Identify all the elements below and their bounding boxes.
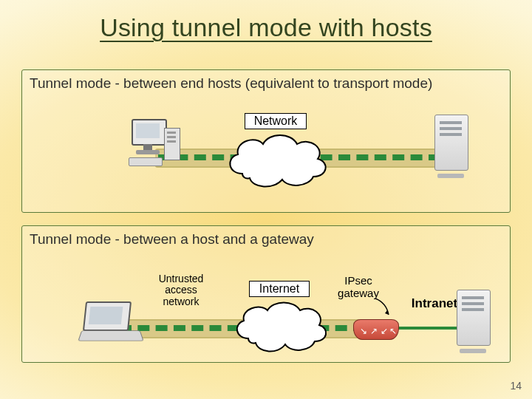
panel1-stage: Network bbox=[22, 98, 510, 206]
panel-end-hosts: Tunnel mode - between end hosts (equival… bbox=[21, 69, 511, 213]
access-l3: network bbox=[163, 296, 199, 307]
page-number: 14 bbox=[510, 380, 522, 392]
host-laptop-icon bbox=[80, 301, 142, 344]
panel2-stage: Untrusted access network Internet IPsec … bbox=[22, 254, 510, 356]
gw-l1: IPsec bbox=[344, 274, 372, 287]
access-l2: access bbox=[165, 284, 197, 296]
slide-title: Using tunnel mode with hosts bbox=[0, 0, 532, 42]
panel2-caption: Tunnel mode - between a host and a gatew… bbox=[22, 226, 510, 248]
panel-host-gateway: Tunnel mode - between a host and a gatew… bbox=[21, 225, 511, 363]
intranet-label: Intranet bbox=[405, 297, 464, 311]
ipsec-gateway-router-icon: ↘↗↙↖ bbox=[353, 316, 398, 340]
access-l1: Untrusted bbox=[159, 273, 204, 284]
panel1-caption: Tunnel mode - between end hosts (equival… bbox=[22, 70, 510, 92]
access-network-label: Untrusted access network bbox=[148, 273, 214, 307]
host-desktop-icon bbox=[126, 117, 185, 177]
host-server-icon bbox=[434, 115, 467, 178]
gateway-label: IPsec gateway bbox=[332, 275, 384, 299]
network-cloud-icon: Network bbox=[220, 128, 331, 190]
internet-cloud-icon: Internet bbox=[228, 296, 331, 355]
network-cloud-label: Network bbox=[245, 113, 307, 129]
intranet-server-icon bbox=[457, 290, 489, 353]
internet-cloud-label: Internet bbox=[249, 281, 310, 297]
slide: Using tunnel mode with hosts Tunnel mode… bbox=[0, 0, 532, 399]
